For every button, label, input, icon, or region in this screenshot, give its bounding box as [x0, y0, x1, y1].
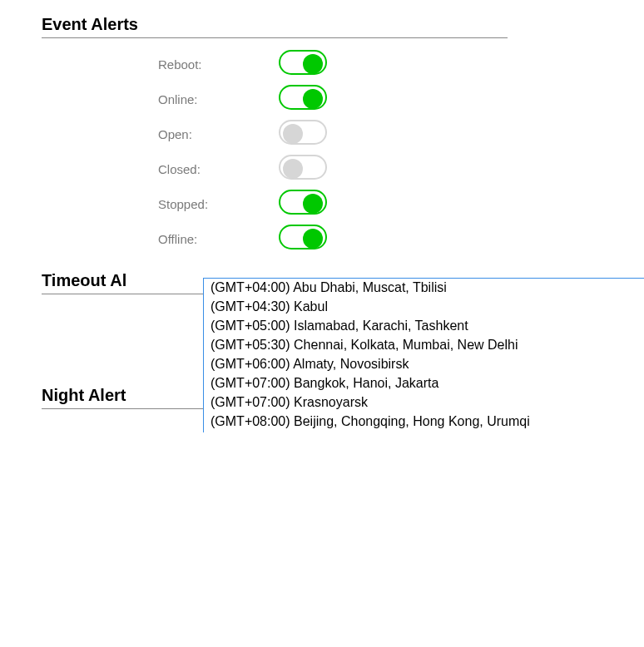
timezone-option[interactable]: (GMT+04:00) Abu Dhabi, Muscat, Tbilisi — [204, 278, 644, 297]
event-alerts-list: Reboot: Online: Open: Closed: Stopped: O… — [42, 47, 602, 256]
online-toggle[interactable] — [279, 85, 327, 110]
event-alerts-heading: Event Alerts — [42, 15, 508, 38]
alert-row-offline: Offline: — [42, 221, 602, 256]
alert-row-stopped: Stopped: — [42, 186, 602, 221]
open-label: Open: — [42, 127, 245, 141]
timezone-option[interactable]: (GMT+08:00) Beijing, Chongqing, Hong Kon… — [204, 412, 644, 431]
closed-label: Closed: — [42, 162, 245, 176]
timezone-option[interactable]: (GMT+05:30) Chennai, Kolkata, Mumbai, Ne… — [204, 335, 644, 354]
alert-row-reboot: Reboot: — [42, 47, 602, 81]
open-toggle[interactable] — [279, 120, 327, 145]
alert-row-open: Open: — [42, 116, 602, 151]
reboot-toggle[interactable] — [279, 50, 327, 75]
offline-toggle[interactable] — [279, 225, 327, 249]
timezone-option[interactable]: (GMT+06:00) Almaty, Novosibirsk — [204, 354, 644, 373]
timezone-dropdown: (GMT-12:00) International Date Line West… — [203, 278, 644, 432]
online-label: Online: — [42, 92, 245, 106]
stopped-label: Stopped: — [42, 197, 245, 211]
timezone-option[interactable]: (GMT+07:00) Bangkok, Hanoi, Jakarta — [204, 373, 644, 393]
stopped-toggle[interactable] — [279, 190, 327, 215]
timezone-option[interactable]: (GMT+07:00) Krasnoyarsk — [204, 393, 644, 412]
offline-label: Offline: — [42, 232, 245, 246]
reboot-label: Reboot: — [42, 57, 245, 72]
closed-toggle[interactable] — [279, 155, 327, 180]
timezone-option[interactable]: (GMT+05:00) Islamabad, Karachi, Tashkent — [204, 316, 644, 335]
alert-row-closed: Closed: — [42, 151, 602, 186]
alert-row-online: Online: — [42, 81, 602, 116]
settings-page: Event Alerts Reboot: Online: Open: Close… — [42, 15, 602, 409]
timezone-listbox[interactable]: (GMT-12:00) International Date Line West… — [203, 278, 644, 432]
timezone-option[interactable]: (GMT+08:00) Kuala Lumpur, Singapore — [204, 431, 644, 432]
timezone-option[interactable]: (GMT+04:30) Kabul — [204, 297, 644, 316]
